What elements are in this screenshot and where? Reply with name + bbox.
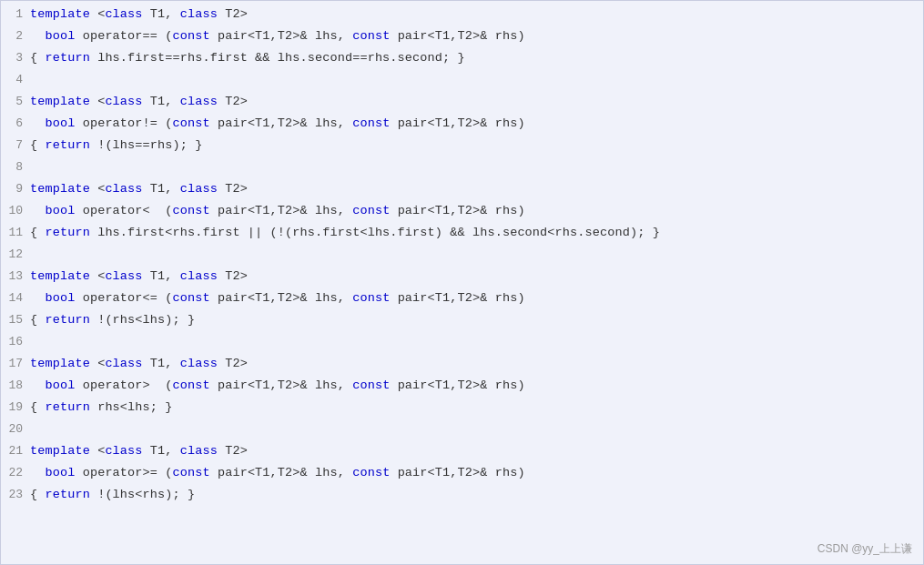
code-line: 9template <class T1, class T2> <box>1 179 923 201</box>
code-line: 1template <class T1, class T2> <box>1 5 923 26</box>
line-number: 6 <box>1 115 30 134</box>
line-number: 18 <box>1 377 30 396</box>
code-line: 20 <box>1 419 923 441</box>
watermark: CSDN @yy_上上谦 <box>817 541 912 557</box>
line-content: { return !(lhs==rhs); } <box>30 136 923 156</box>
line-content: template <class T1, class T2> <box>30 441 923 461</box>
line-content <box>30 419 923 439</box>
code-line: 12 <box>1 245 923 267</box>
line-number: 4 <box>1 71 30 90</box>
line-number: 21 <box>1 442 30 461</box>
line-content: template <class T1, class T2> <box>30 5 923 25</box>
line-content: template <class T1, class T2> <box>30 92 923 112</box>
code-line: 13template <class T1, class T2> <box>1 267 923 288</box>
line-content <box>30 245 923 265</box>
line-number: 8 <box>1 158 30 177</box>
line-content <box>30 70 923 90</box>
line-number: 13 <box>1 267 30 287</box>
code-line: 7{ return !(lhs==rhs); } <box>1 136 923 157</box>
code-line: 11{ return lhs.first<rhs.first || (!(rhs… <box>1 223 923 245</box>
code-line: 4 <box>1 70 923 92</box>
code-line: 21template <class T1, class T2> <box>1 441 923 463</box>
code-line: 2 bool operator== (const pair<T1,T2>& lh… <box>1 26 923 48</box>
line-content: { return rhs<lhs; } <box>30 398 923 418</box>
line-number: 17 <box>1 355 30 374</box>
line-number: 20 <box>1 420 30 439</box>
code-line: 19{ return rhs<lhs; } <box>1 398 923 419</box>
line-number: 5 <box>1 93 30 112</box>
line-content: bool operator<= (const pair<T1,T2>& lhs,… <box>30 288 923 308</box>
line-number: 19 <box>1 399 30 418</box>
line-number: 1 <box>1 5 30 25</box>
code-line: 10 bool operator< (const pair<T1,T2>& lh… <box>1 201 923 223</box>
line-content: template <class T1, class T2> <box>30 354 923 374</box>
line-content: bool operator!= (const pair<T1,T2>& lhs,… <box>30 114 923 134</box>
code-line: 17template <class T1, class T2> <box>1 354 923 376</box>
code-line: 14 bool operator<= (const pair<T1,T2>& l… <box>1 288 923 310</box>
line-content: template <class T1, class T2> <box>30 179 923 199</box>
line-content: bool operator>= (const pair<T1,T2>& lhs,… <box>30 463 923 483</box>
line-content <box>30 332 923 352</box>
line-content: bool operator< (const pair<T1,T2>& lhs, … <box>30 201 923 221</box>
code-content: 1template <class T1, class T2>2 bool ope… <box>1 5 923 507</box>
code-line: 18 bool operator> (const pair<T1,T2>& lh… <box>1 376 923 398</box>
line-content: { return !(lhs<rhs); } <box>30 485 923 505</box>
line-content <box>30 157 923 177</box>
code-line: 5template <class T1, class T2> <box>1 92 923 114</box>
line-number: 15 <box>1 311 30 330</box>
line-number: 10 <box>1 202 30 221</box>
code-line: 8 <box>1 157 923 179</box>
code-line: 6 bool operator!= (const pair<T1,T2>& lh… <box>1 114 923 136</box>
line-number: 7 <box>1 136 30 156</box>
line-content: template <class T1, class T2> <box>30 267 923 287</box>
line-number: 11 <box>1 224 30 243</box>
code-line: 22 bool operator>= (const pair<T1,T2>& l… <box>1 463 923 485</box>
line-number: 12 <box>1 246 30 265</box>
line-number: 14 <box>1 289 30 308</box>
line-number: 3 <box>1 49 30 68</box>
line-content: { return lhs.first<rhs.first || (!(rhs.f… <box>30 223 923 243</box>
code-line: 23{ return !(lhs<rhs); } <box>1 485 923 507</box>
code-line: 3{ return lhs.first==rhs.first && lhs.se… <box>1 48 923 70</box>
line-number: 2 <box>1 27 30 46</box>
code-line: 16 <box>1 332 923 354</box>
line-content: bool operator> (const pair<T1,T2>& lhs, … <box>30 376 923 396</box>
code-line: 15{ return !(rhs<lhs); } <box>1 310 923 332</box>
line-number: 23 <box>1 486 30 505</box>
line-content: bool operator== (const pair<T1,T2>& lhs,… <box>30 26 923 46</box>
line-content: { return !(rhs<lhs); } <box>30 310 923 330</box>
line-content: { return lhs.first==rhs.first && lhs.sec… <box>30 48 923 68</box>
line-number: 22 <box>1 464 30 483</box>
line-number: 16 <box>1 333 30 352</box>
line-number: 9 <box>1 180 30 199</box>
code-editor: 1template <class T1, class T2>2 bool ope… <box>0 0 924 565</box>
